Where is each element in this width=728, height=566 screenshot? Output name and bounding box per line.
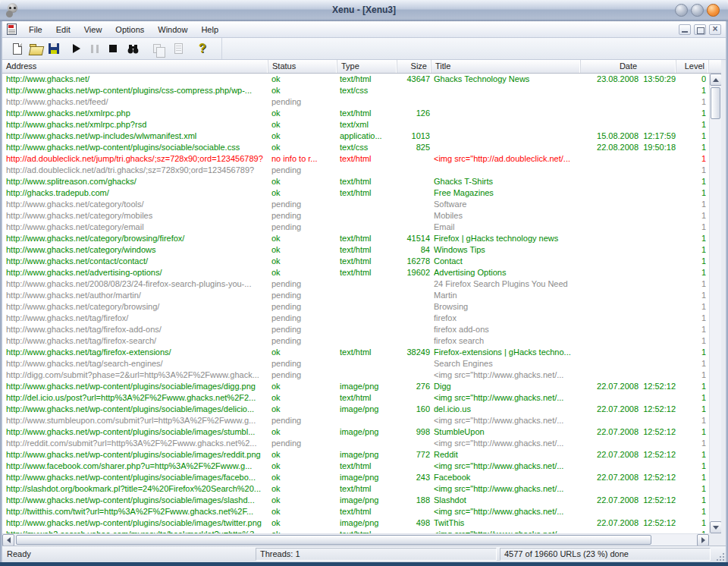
table-row[interactable]: http://www.ghacks.net/wp-content/plugins… [2,404,709,415]
find-button[interactable] [124,39,142,58]
scroll-down-button[interactable] [710,521,722,533]
table-row[interactable]: http://del.icio.us/post?url=http%3A%2F%2… [2,392,709,404]
table-row[interactable]: http://www.ghacks.net/tag/firefox-add-on… [2,324,709,335]
cell-size: 41514 [392,233,430,244]
table-row[interactable]: http://www.ghacks.net/wp-content/plugins… [2,426,709,438]
cell-type: image/png [340,495,396,506]
start-button[interactable] [67,39,86,58]
table-row[interactable]: http://www.ghacks.net/advertising-option… [2,267,709,278]
copy-button [148,39,166,58]
resize-grip[interactable] [715,552,724,561]
table-row[interactable]: http://ad.doubleclick.net/jump/tri.ghack… [2,153,709,165]
horizontal-scrollbar[interactable] [2,533,709,546]
maximize-button[interactable] [691,4,704,17]
menu-help[interactable]: Help [194,22,225,38]
table-row[interactable]: http://ad.doubleclick.net/ad/tri.ghacks/… [2,165,709,176]
horizontal-scroll-thumb[interactable] [16,535,651,545]
table-row[interactable]: http://www.ghacks.net/xmlrpc.php?rsdokte… [2,119,709,130]
open-file-button[interactable] [27,39,45,58]
cell-date: 23.08.2008 13:50:29 [577,74,676,85]
mdi-minimize-icon[interactable] [679,24,691,35]
table-row[interactable]: http://www.ghacks.net/wp-includes/wlwman… [2,130,709,142]
scroll-left-button[interactable] [2,534,14,546]
table-row[interactable]: http://www.ghacks.net/category/tools/pen… [2,199,709,210]
help-button[interactable]: ? [193,39,212,58]
document-system-icon[interactable] [7,24,17,35]
table-row[interactable]: http://www.facebook.com/sharer.php?u=htt… [2,461,709,472]
cell-date [577,335,676,347]
close-button[interactable] [707,4,720,17]
cell-type: text/html [340,461,396,472]
table-row[interactable]: http://www.ghacks.net/wp-content/plugins… [2,472,709,483]
table-row[interactable]: http://ghacks.tradepub.com/oktext/htmlFr… [2,187,709,199]
new-file-button[interactable] [8,39,27,58]
cell-size [392,313,430,324]
scroll-up-button[interactable] [710,74,722,86]
table-row[interactable]: http://twitthis.com/twit?url=http%3A%2F%… [2,506,709,517]
cell-title: Ghacks Technology News [434,74,579,85]
column-header-size[interactable]: Size [397,60,431,73]
column-header-date[interactable]: Date [581,60,676,73]
table-row[interactable]: http://www.ghacks.net/wp-content/plugins… [2,449,709,461]
cell-title: Email [434,222,579,233]
menu-view[interactable]: View [77,22,109,38]
table-row[interactable]: http://www.ghacks.net/category/mobilespe… [2,210,709,222]
table-row[interactable]: http://www.ghacks.net/category/windowsok… [2,244,709,256]
menu-file[interactable]: File [22,22,49,38]
table-row[interactable]: http://www.ghacks.net/tag/firefox/pendin… [2,313,709,324]
table-row[interactable]: http://www.ghacks.net/wp-content/plugins… [2,85,709,96]
cell-type [340,222,396,233]
table-row[interactable]: http://www.ghacks.net/2008/08/23/24-fire… [2,278,709,290]
table-row[interactable]: http://www.ghacks.net/wp-content/plugins… [2,142,709,153]
table-row[interactable]: http://www.ghacks.net/tag/search-engines… [2,358,709,369]
table-row[interactable]: http://digg.com/submit?phase=2&url=http%… [2,369,709,381]
mdi-restore-icon[interactable] [694,24,706,35]
cell-address: http://www.ghacks.net/wp-content/plugins… [6,517,267,529]
column-header-address[interactable]: Address [2,60,268,73]
table-row[interactable]: http://slashdot.org/bookmark.pl?title=24… [2,483,709,495]
column-header-level[interactable]: Level [676,60,709,73]
table-row[interactable]: http://www.ghacks.net/category/browsing/… [2,301,709,313]
table-row[interactable]: http://www.ghacks.net/wp-content/plugins… [2,495,709,506]
menu-options[interactable]: Options [108,22,151,38]
column-header-type[interactable]: Type [337,60,397,73]
table-row[interactable]: http://www.ghacks.net/oktext/html43647Gh… [2,74,709,85]
table-row[interactable]: http://www.ghacks.net/xmlrpc.phpoktext/h… [2,108,709,119]
table-row[interactable]: http://www.ghacks.net/wp-content/plugins… [2,381,709,392]
cell-status: ok [271,381,336,392]
stop-button[interactable] [104,39,122,58]
cell-level: 0 [677,74,706,85]
table-row[interactable]: http://www.stumbleupon.com/submit?url=ht… [2,415,709,426]
mdi-close-icon[interactable] [709,24,721,35]
vertical-scroll-thumb[interactable] [711,87,720,119]
table-row[interactable]: http://www.ghacks.net/category/emailpend… [2,222,709,233]
window-title: Xenu - [Xenu3] [0,5,728,15]
cell-status: ok [271,176,336,187]
cell-level: 1 [677,119,706,130]
menu-window[interactable]: Window [151,22,194,38]
table-row[interactable]: http://www.ghacks.net/author/martin/pend… [2,290,709,301]
menu-edit[interactable]: Edit [49,22,77,38]
cell-status: pending [271,96,336,108]
table-row[interactable]: http://www.ghacks.net/tag/firefox-extens… [2,347,709,358]
table-row[interactable]: http://www.ghacks.net/tag/firefox-search… [2,335,709,347]
column-header-title[interactable]: Title [431,60,581,73]
cell-level: 1 [677,313,706,324]
cell-size: 1013 [392,130,430,142]
table-row[interactable]: http://reddit.com/submit?url=http%3A%2F%… [2,438,709,449]
cell-level: 1 [677,461,706,472]
column-header-status[interactable]: Status [268,60,337,73]
title-bar[interactable]: Xenu - [Xenu3] [0,0,728,21]
minimize-button[interactable] [675,4,688,17]
table-row[interactable]: http://www.ghacks.net/category/browsing/… [2,233,709,244]
table-row[interactable]: http://www.ghacks.net/feed/pending1 [2,96,709,108]
cell-type [340,199,396,210]
table-row[interactable]: http://www.splitreason.com/ghacks/oktext… [2,176,709,187]
cell-title: Software [434,199,579,210]
cell-size [392,222,430,233]
scroll-right-button[interactable] [697,534,709,546]
vertical-scrollbar[interactable] [709,74,721,533]
table-row[interactable]: http://www.ghacks.net/wp-content/plugins… [2,517,709,529]
table-row[interactable]: http://www.ghacks.net/contact/contact/ok… [2,256,709,267]
save-button[interactable] [45,39,63,58]
